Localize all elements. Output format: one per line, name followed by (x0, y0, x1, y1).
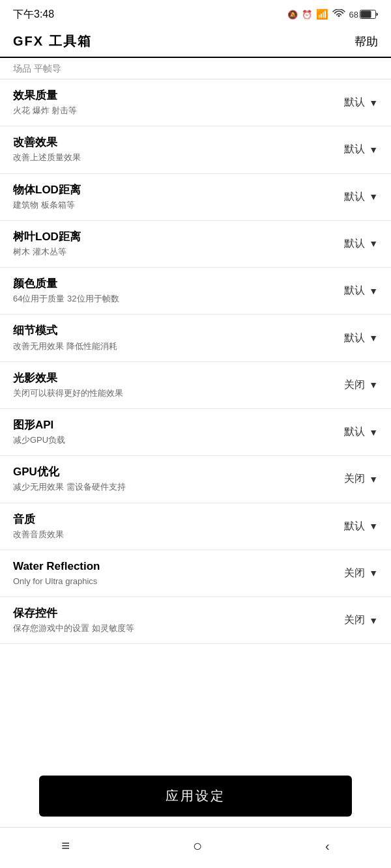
wifi-icon (332, 9, 345, 20)
setting-row-gpu-optimize[interactable]: GPU优化 减少无用效果 需设备硬件支持 关闭 ▼ (0, 456, 391, 503)
setting-left-object-lod: 物体LOD距离 建筑物 板条箱等 (13, 183, 332, 211)
setting-value-effect-quality: 默认 (344, 96, 365, 109)
setting-title-object-lod: 物体LOD距离 (13, 183, 319, 197)
setting-left-audio-quality: 音质 改善音质效果 (13, 512, 332, 540)
setting-desc-effect-quality: 火花 爆炸 射击等 (13, 105, 319, 117)
setting-desc-object-lod: 建筑物 板条箱等 (13, 199, 319, 211)
setting-right-detail-mode[interactable]: 默认 ▼ (332, 331, 378, 345)
setting-row-graphics-api[interactable]: 图形API 减少GPU负载 默认 ▼ (0, 409, 391, 456)
dropdown-arrow-detail-mode: ▼ (369, 333, 378, 343)
setting-value-object-lod: 默认 (344, 190, 365, 204)
battery-icon: 68 (349, 10, 378, 20)
section-header: 场品 平帧导 (0, 58, 391, 79)
setting-title-graphics-api: 图形API (13, 418, 319, 432)
apply-btn-container: 应用设定 (0, 765, 391, 827)
setting-title-detail-mode: 细节模式 (13, 324, 319, 338)
setting-right-audio-quality[interactable]: 默认 ▼ (332, 520, 378, 533)
setting-value-detail-mode: 默认 (344, 331, 365, 345)
setting-title-color-quality: 颜色质量 (13, 277, 319, 291)
svg-rect-1 (361, 11, 371, 18)
dropdown-arrow-water-reflection: ▼ (369, 568, 378, 578)
status-icons: 🔕 ⏰ 📶 68 (287, 8, 378, 20)
setting-desc-detail-mode: 改善无用效果 降低性能消耗 (13, 341, 319, 352)
setting-right-object-lod[interactable]: 默认 ▼ (332, 190, 378, 204)
setting-value-audio-quality: 默认 (344, 520, 365, 533)
apply-button[interactable]: 应用设定 (39, 776, 352, 817)
setting-right-save-control[interactable]: 关闭 ▼ (332, 613, 378, 627)
setting-value-leaf-lod: 默认 (344, 237, 365, 251)
setting-value-gpu-optimize: 关闭 (344, 472, 365, 486)
setting-value-color-quality: 默认 (344, 284, 365, 298)
setting-left-detail-mode: 细节模式 改善无用效果 降低性能消耗 (13, 324, 332, 352)
setting-left-color-quality: 颜色质量 64位用于质量 32位用于帧数 (13, 277, 332, 305)
setting-value-save-control: 关闭 (344, 613, 365, 627)
app-title: GFX 工具箱 (13, 33, 92, 50)
setting-desc-color-quality: 64位用于质量 32位用于帧数 (13, 293, 319, 305)
setting-row-audio-quality[interactable]: 音质 改善音质效果 默认 ▼ (0, 503, 391, 550)
dropdown-arrow-audio-quality: ▼ (369, 521, 378, 531)
setting-right-shadow-effect[interactable]: 关闭 ▼ (332, 378, 378, 392)
alarm-icon: ⏰ (302, 10, 312, 20)
status-bar: 下午3:48 🔕 ⏰ 📶 68 (0, 0, 391, 26)
setting-left-graphics-api: 图形API 减少GPU负载 (13, 418, 332, 446)
setting-left-shadow-effect: 光影效果 关闭可以获得更好的性能效果 (13, 371, 332, 399)
setting-row-object-lod[interactable]: 物体LOD距离 建筑物 板条箱等 默认 ▼ (0, 174, 391, 221)
setting-desc-save-control: 保存您游戏中的设置 如灵敏度等 (13, 623, 319, 634)
setting-right-graphics-api[interactable]: 默认 ▼ (332, 425, 378, 439)
setting-title-save-control: 保存控件 (13, 606, 319, 621)
help-button[interactable]: 帮助 (355, 34, 378, 49)
setting-row-save-control[interactable]: 保存控件 保存您游戏中的设置 如灵敏度等 关闭 ▼ (0, 597, 391, 644)
app-header: GFX 工具箱 帮助 (0, 26, 391, 58)
setting-right-water-reflection[interactable]: 关闭 ▼ (332, 567, 378, 580)
dropdown-arrow-color-quality: ▼ (369, 286, 378, 296)
setting-title-effect-quality: 效果质量 (13, 89, 319, 103)
setting-title-audio-quality: 音质 (13, 512, 319, 527)
dropdown-arrow-leaf-lod: ▼ (369, 238, 378, 249)
setting-row-detail-mode[interactable]: 细节模式 改善无用效果 降低性能消耗 默认 ▼ (0, 315, 391, 361)
settings-list: 效果质量 火花 爆炸 射击等 默认 ▼ 改善效果 改善上述质量效果 默认 ▼ 物… (0, 79, 391, 644)
setting-row-effect-quality[interactable]: 效果质量 火花 爆炸 射击等 默认 ▼ (0, 79, 391, 126)
setting-row-improve-effect[interactable]: 改善效果 改善上述质量效果 默认 ▼ (0, 126, 391, 173)
setting-row-color-quality[interactable]: 颜色质量 64位用于质量 32位用于帧数 默认 ▼ (0, 268, 391, 315)
setting-row-shadow-effect[interactable]: 光影效果 关闭可以获得更好的性能效果 关闭 ▼ (0, 362, 391, 409)
setting-desc-graphics-api: 减少GPU负载 (13, 434, 319, 446)
setting-title-water-reflection: Water Reflection (13, 559, 319, 574)
setting-value-graphics-api: 默认 (344, 425, 365, 439)
setting-desc-improve-effect: 改善上述质量效果 (13, 152, 319, 163)
mute-icon: 🔕 (287, 10, 298, 20)
dropdown-arrow-graphics-api: ▼ (369, 427, 378, 438)
setting-left-improve-effect: 改善效果 改善上述质量效果 (13, 135, 332, 163)
dropdown-arrow-save-control: ▼ (369, 615, 378, 626)
setting-desc-shadow-effect: 关闭可以获得更好的性能效果 (13, 387, 319, 399)
setting-title-leaf-lod: 树叶LOD距离 (13, 230, 319, 244)
setting-desc-water-reflection: Only for Ultra graphics (13, 576, 319, 587)
setting-desc-leaf-lod: 树木 灌木丛等 (13, 246, 319, 258)
setting-right-leaf-lod[interactable]: 默认 ▼ (332, 237, 378, 251)
setting-value-improve-effect: 默认 (344, 143, 365, 156)
dropdown-arrow-gpu-optimize: ▼ (369, 474, 378, 484)
setting-title-gpu-optimize: GPU优化 (13, 465, 319, 479)
setting-right-color-quality[interactable]: 默认 ▼ (332, 284, 378, 298)
nav-back-icon[interactable]: ‹ (325, 839, 330, 854)
nav-menu-icon[interactable]: ≡ (61, 837, 70, 854)
setting-right-effect-quality[interactable]: 默认 ▼ (332, 96, 378, 109)
signal-icon: 📶 (316, 8, 328, 20)
status-time: 下午3:48 (13, 8, 54, 21)
dropdown-arrow-improve-effect: ▼ (369, 145, 378, 155)
bottom-nav: ≡ ○ ‹ (0, 827, 391, 868)
setting-left-effect-quality: 效果质量 火花 爆炸 射击等 (13, 89, 332, 117)
dropdown-arrow-effect-quality: ▼ (369, 98, 378, 108)
setting-row-leaf-lod[interactable]: 树叶LOD距离 树木 灌木丛等 默认 ▼ (0, 221, 391, 268)
setting-right-improve-effect[interactable]: 默认 ▼ (332, 143, 378, 156)
setting-desc-gpu-optimize: 减少无用效果 需设备硬件支持 (13, 481, 319, 493)
setting-title-shadow-effect: 光影效果 (13, 371, 319, 385)
setting-value-water-reflection: 关闭 (344, 567, 365, 580)
setting-row-water-reflection[interactable]: Water Reflection Only for Ultra graphics… (0, 550, 391, 597)
setting-desc-audio-quality: 改善音质效果 (13, 529, 319, 540)
nav-home-icon[interactable]: ○ (193, 837, 203, 855)
settings-content: 场品 平帧导 效果质量 火花 爆炸 射击等 默认 ▼ 改善效果 改善上述质量效果… (0, 58, 391, 765)
setting-title-improve-effect: 改善效果 (13, 135, 319, 150)
setting-right-gpu-optimize[interactable]: 关闭 ▼ (332, 472, 378, 486)
setting-left-water-reflection: Water Reflection Only for Ultra graphics (13, 559, 332, 587)
setting-value-shadow-effect: 关闭 (344, 378, 365, 392)
